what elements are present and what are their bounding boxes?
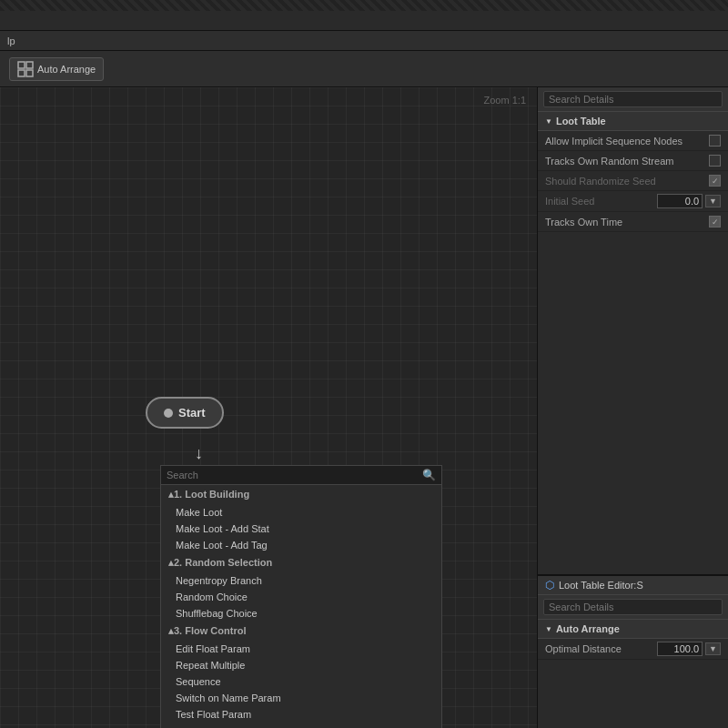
details-top-panel: ▼ Loot Table Allow Implicit Sequence Nod… <box>538 87 728 575</box>
editor-panel: ⬡ Loot Table Editor:S ▼ Auto Arrange Opt… <box>538 575 728 728</box>
arrow-down: ↓ <box>195 444 203 463</box>
menu-entry-make-loot-add-tag[interactable]: Make Loot - Add Tag <box>161 537 441 553</box>
editor-tab-label: Loot Table Editor:S <box>559 580 643 591</box>
section-triangle-icon: ▼ <box>545 117 552 126</box>
prop-label-should-randomize: Should Randomize Seed <box>545 176 709 187</box>
category-loot-building: ▴1. Loot Building <box>161 485 441 504</box>
top-hatch-bar <box>0 0 728 11</box>
prop-value-should-randomize <box>709 175 721 187</box>
prop-value-tracks-time <box>709 216 721 228</box>
details-search-input[interactable] <box>543 91 723 107</box>
menu-bar: lp <box>0 31 728 51</box>
prop-value-tracks-random <box>709 155 721 167</box>
svg-rect-2 <box>18 70 25 76</box>
category-flow-control: ▴3. Flow Control <box>161 622 441 641</box>
prop-label-initial-seed: Initial Seed <box>545 196 657 207</box>
right-panel: ▼ Loot Table Allow Implicit Sequence Nod… <box>537 87 728 728</box>
checkbox-allow-implicit[interactable] <box>709 135 721 147</box>
auto-arrange-triangle-icon: ▼ <box>545 625 552 633</box>
context-search-bar: 🔍 <box>161 466 441 485</box>
prop-value-initial-seed: ▼ <box>657 194 721 208</box>
auto-arrange-label: Auto Arrange <box>37 64 96 75</box>
start-node-dot <box>164 409 173 418</box>
menu-entry-sequence[interactable]: Sequence <box>161 673 441 690</box>
loot-table-section-header: ▼ Loot Table <box>538 112 728 131</box>
menu-entry-repeat-multiple[interactable]: Repeat Multiple <box>161 657 441 673</box>
loot-table-section-label: Loot Table <box>556 116 606 126</box>
canvas-area[interactable]: Zoom 1:1 Start ↓ 🔍 ▴1. Loot Building Mak… <box>0 87 537 728</box>
menu-entry-edit-float-param[interactable]: Edit Float Param <box>161 641 441 657</box>
menu-item-help[interactable]: lp <box>7 35 15 46</box>
prop-initial-seed: Initial Seed ▼ <box>538 191 728 212</box>
checkbox-should-randomize[interactable] <box>709 175 721 187</box>
context-search-icon: 🔍 <box>422 469 436 481</box>
title-bar <box>0 11 728 31</box>
toolbar: Auto Arrange <box>0 51 728 87</box>
editor-details-search <box>538 595 728 620</box>
svg-rect-0 <box>18 62 25 68</box>
menu-entry-switch-on-name-param[interactable]: Switch on Name Param <box>161 690 441 706</box>
checkbox-tracks-time[interactable] <box>709 216 721 228</box>
context-search-input[interactable] <box>167 470 422 480</box>
svg-rect-3 <box>26 70 33 76</box>
main-area: Zoom 1:1 Start ↓ 🔍 ▴1. Loot Building Mak… <box>0 87 728 728</box>
editor-tab-icon: ⬡ <box>545 579 554 592</box>
prop-label-tracks-time: Tracks Own Time <box>545 217 709 228</box>
editor-content: ▼ Auto Arrange Optimal Distance ▼ <box>538 620 728 728</box>
svg-rect-1 <box>26 62 33 68</box>
prop-optimal-distance: Optimal Distance ▼ <box>538 639 728 660</box>
menu-entry-random-choice[interactable]: Random Choice <box>161 589 441 605</box>
prop-tracks-own-random: Tracks Own Random Stream <box>538 151 728 171</box>
menu-entry-negentropy-branch[interactable]: Negentropy Branch <box>161 572 441 589</box>
optimal-distance-dropdown[interactable]: ▼ <box>705 642 721 655</box>
zoom-label: Zoom 1:1 <box>484 95 526 106</box>
auto-arrange-icon <box>17 61 34 77</box>
prop-allow-implicit-sequence: Allow Implicit Sequence Nodes <box>538 131 728 151</box>
prop-label-optimal-distance: Optimal Distance <box>545 643 657 654</box>
optimal-distance-input[interactable] <box>657 642 703 656</box>
prop-label-tracks-random: Tracks Own Random Stream <box>545 156 709 167</box>
menu-entry-make-loot[interactable]: Make Loot <box>161 504 441 521</box>
checkbox-tracks-random[interactable] <box>709 155 721 167</box>
menu-entry-test-float-param[interactable]: Test Float Param <box>161 706 441 723</box>
details-search-bar <box>538 87 728 112</box>
start-node[interactable]: Start <box>146 397 224 429</box>
prop-value-allow-implicit <box>709 135 721 147</box>
auto-arrange-section-label: Auto Arrange <box>556 623 620 634</box>
auto-arrange-section-header: ▼ Auto Arrange <box>538 620 728 639</box>
auto-arrange-button[interactable]: Auto Arrange <box>9 57 104 81</box>
context-menu-items: ▴1. Loot Building Make Loot Make Loot - … <box>161 485 441 728</box>
prop-label-allow-implicit: Allow Implicit Sequence Nodes <box>545 136 709 147</box>
menu-entry-shufflebag-choice[interactable]: Shufflebag Choice <box>161 605 441 622</box>
menu-entry-make-loot-add-stat[interactable]: Make Loot - Add Stat <box>161 521 441 537</box>
context-menu: 🔍 ▴1. Loot Building Make Loot Make Loot … <box>160 465 442 728</box>
category-random-selection: ▴2. Random Selection <box>161 553 441 572</box>
prop-value-optimal-distance: ▼ <box>657 642 721 656</box>
prop-tracks-own-time: Tracks Own Time <box>538 212 728 232</box>
initial-seed-dropdown[interactable]: ▼ <box>705 195 721 207</box>
editor-search-input[interactable] <box>543 599 723 615</box>
prop-should-randomize: Should Randomize Seed <box>538 171 728 191</box>
editor-tab[interactable]: ⬡ Loot Table Editor:S <box>538 576 728 595</box>
category-miscellaneous: ▴4. Miscellaneous <box>161 723 441 728</box>
start-node-label: Start <box>178 406 206 420</box>
initial-seed-input[interactable] <box>657 194 703 208</box>
